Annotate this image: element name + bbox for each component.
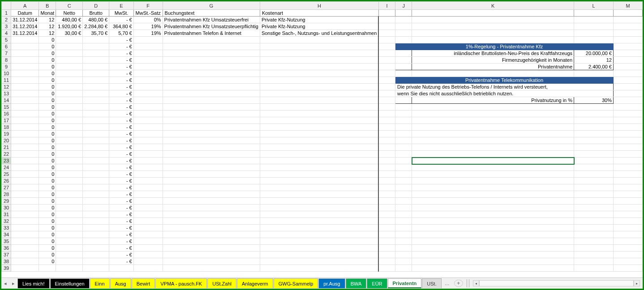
row-header-3[interactable]: 3: [2, 23, 11, 30]
cell-buchungstext[interactable]: Privatentnahmen Kfz Umsatzsteuerpflichti…: [163, 23, 260, 30]
cell[interactable]: [83, 225, 109, 231]
row-header-11[interactable]: 11: [2, 77, 11, 84]
cell[interactable]: [39, 265, 56, 272]
cell[interactable]: [163, 43, 260, 50]
cell-mwst[interactable]: - €: [109, 245, 134, 252]
cell-monat[interactable]: 12: [39, 17, 56, 23]
sheet-tab-anlageverm[interactable]: Anlageverm: [237, 278, 273, 288]
cell[interactable]: [11, 84, 39, 90]
cell[interactable]: [613, 171, 642, 178]
cell[interactable]: [412, 137, 574, 144]
cell[interactable]: [574, 137, 614, 144]
cell[interactable]: [613, 225, 642, 231]
cell[interactable]: [613, 131, 642, 137]
cell[interactable]: [378, 97, 395, 104]
row-header-28[interactable]: 28: [2, 191, 11, 198]
cell[interactable]: [574, 37, 614, 43]
row-header-36[interactable]: 36: [2, 245, 11, 252]
cell[interactable]: [412, 258, 574, 265]
cell[interactable]: [133, 144, 163, 151]
cell[interactable]: [133, 258, 163, 265]
cell[interactable]: [56, 151, 83, 158]
cell[interactable]: [163, 77, 260, 84]
cell[interactable]: [378, 191, 395, 198]
cell[interactable]: [56, 211, 83, 218]
cell[interactable]: [412, 37, 574, 43]
cell[interactable]: [260, 97, 378, 104]
cell[interactable]: [133, 37, 163, 43]
cell[interactable]: [260, 131, 378, 137]
cell-mwst[interactable]: - €: [109, 191, 134, 198]
cell[interactable]: [83, 70, 109, 77]
cell[interactable]: [260, 137, 378, 144]
cell[interactable]: [260, 258, 378, 265]
cell[interactable]: [260, 191, 378, 198]
row-header-2[interactable]: 2: [2, 17, 11, 23]
cell[interactable]: [163, 158, 260, 164]
cell[interactable]: [83, 37, 109, 43]
cell[interactable]: [613, 30, 642, 37]
cell-mwst[interactable]: 5,70 €: [109, 30, 134, 37]
cell[interactable]: [83, 184, 109, 191]
cell[interactable]: [56, 97, 83, 104]
cell[interactable]: [412, 184, 574, 191]
row-header-20[interactable]: 20: [2, 137, 11, 144]
cell[interactable]: [574, 124, 614, 131]
tab-nav-first-icon[interactable]: ◂: [1, 279, 9, 288]
cell-monat[interactable]: 12: [39, 30, 56, 37]
cell[interactable]: [11, 43, 39, 50]
sheet-tab-liesmich[interactable]: Lies mich!: [17, 278, 50, 288]
cell[interactable]: [378, 238, 395, 245]
row-header-1[interactable]: 1: [2, 10, 11, 17]
cell[interactable]: [395, 97, 412, 104]
cell[interactable]: [133, 205, 163, 211]
row-header-23[interactable]: 23: [2, 158, 11, 164]
cell[interactable]: [260, 245, 378, 252]
cell[interactable]: [412, 104, 574, 111]
cell[interactable]: [83, 57, 109, 64]
cell-L1[interactable]: [574, 10, 614, 17]
cell-I1[interactable]: [378, 10, 395, 17]
cell[interactable]: [574, 231, 614, 238]
cell-mwst[interactable]: - €: [109, 225, 134, 231]
cell[interactable]: [163, 164, 260, 171]
cell-mwst[interactable]: - €: [109, 17, 134, 23]
cell[interactable]: [83, 151, 109, 158]
cell[interactable]: [133, 70, 163, 77]
cell[interactable]: [163, 111, 260, 117]
cell-mwst[interactable]: - €: [109, 238, 134, 245]
cell-monat[interactable]: 0: [39, 245, 56, 252]
cell[interactable]: [56, 57, 83, 64]
cell-mwst[interactable]: - €: [109, 104, 134, 111]
cell[interactable]: [11, 245, 39, 252]
cell[interactable]: [574, 131, 614, 137]
cell[interactable]: [378, 178, 395, 184]
col-header-B[interactable]: B: [39, 2, 56, 10]
cell[interactable]: [11, 50, 39, 57]
cell[interactable]: [56, 198, 83, 205]
sheet-tab-prausg[interactable]: pr.Ausg: [318, 278, 345, 288]
cell-mwst[interactable]: - €: [109, 258, 134, 265]
cell[interactable]: [613, 43, 642, 50]
cell[interactable]: [412, 111, 574, 117]
cell-monat[interactable]: 0: [39, 211, 56, 218]
cell-monat[interactable]: 0: [39, 117, 56, 124]
cell[interactable]: [395, 131, 412, 137]
cell[interactable]: [83, 137, 109, 144]
cell[interactable]: [83, 124, 109, 131]
cell[interactable]: [83, 50, 109, 57]
cell[interactable]: [163, 265, 260, 272]
row-header-13[interactable]: 13: [2, 90, 11, 97]
cell[interactable]: [11, 164, 39, 171]
cell[interactable]: [574, 225, 614, 231]
cell-monat[interactable]: 0: [39, 151, 56, 158]
cell[interactable]: [574, 171, 614, 178]
cell[interactable]: [574, 70, 614, 77]
cell[interactable]: [395, 265, 412, 272]
cell[interactable]: [260, 43, 378, 50]
cell[interactable]: [412, 218, 574, 225]
cell[interactable]: [574, 164, 614, 171]
cell[interactable]: [133, 198, 163, 205]
cell[interactable]: [83, 158, 109, 164]
cell[interactable]: [574, 30, 614, 37]
